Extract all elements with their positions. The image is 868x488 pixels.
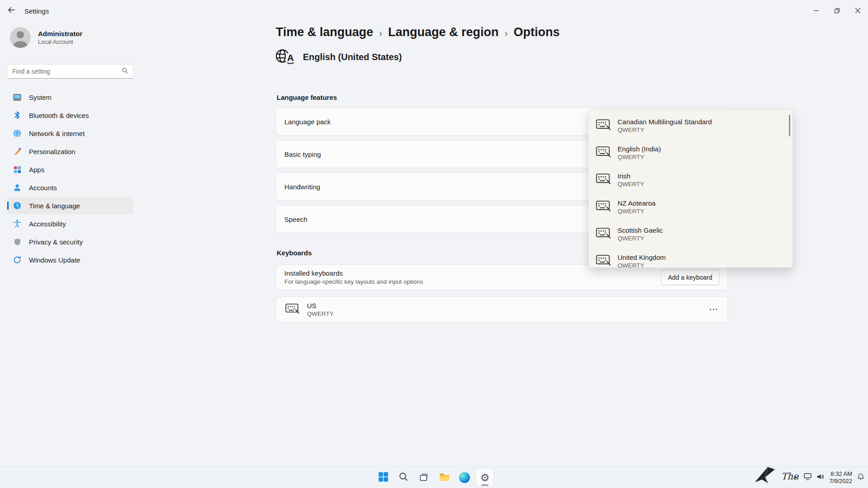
dropdown-item-united-kingdom[interactable]: United Kingdom QWERTY (589, 248, 793, 268)
installed-keyboards-row: Installed keyboards For language-specifi… (276, 264, 728, 290)
close-icon (855, 7, 860, 15)
dropdown-item-name: United Kingdom (618, 253, 666, 261)
page-title: English (United States) (303, 52, 402, 62)
privacy-icon (13, 237, 22, 246)
keyboard-icon (285, 303, 300, 316)
dropdown-item-layout: QWERTY (618, 154, 661, 160)
titlebar: Settings (0, 0, 868, 22)
sidebar-item-label: Accessibility (29, 220, 66, 228)
settings-app-button[interactable]: ⚙ (476, 469, 494, 487)
hidden-icons-chevron-icon[interactable] (793, 474, 799, 482)
row-label: Handwriting (284, 183, 320, 191)
clock[interactable]: 8:32 AM 7/9/2022 (829, 470, 852, 485)
keyboard-icon (596, 254, 611, 268)
back-arrow-icon (8, 6, 15, 15)
sidebar-item-label: System (29, 94, 52, 101)
sidebar-item-accounts[interactable]: Accounts (7, 179, 133, 196)
window-controls (806, 0, 868, 22)
sidebar-item-windows-update[interactable]: Windows Update (7, 251, 133, 268)
edge-browser-button[interactable] (456, 469, 474, 487)
edge-browser-icon (459, 472, 470, 483)
row-label: Basic typing (284, 150, 321, 158)
add-a-keyboard-button[interactable]: Add a keyboard (661, 270, 719, 285)
dropdown-scrollbar[interactable] (789, 115, 790, 136)
language-globe-icon: A (275, 46, 296, 68)
breadcrumb-time-language[interactable]: Time & language (276, 25, 373, 39)
task-view-button[interactable] (415, 469, 433, 487)
user-account[interactable]: Administrator Local Account (10, 27, 82, 48)
sidebar-item-system[interactable]: System (7, 89, 133, 106)
dropdown-item-nz-aotearoa[interactable]: NZ Aotearoa QWERTY (589, 193, 793, 221)
window-title: Settings (24, 7, 49, 15)
sidebar: Administrator Local Account System Bluet… (0, 22, 136, 466)
file-explorer-button[interactable] (435, 469, 453, 487)
notifications-bell-icon[interactable] (857, 473, 864, 482)
sidebar-item-label: Network & internet (29, 130, 85, 137)
network-status-icon[interactable] (804, 473, 811, 482)
sidebar-item-label: Bluetooth & devices (29, 112, 89, 119)
back-button[interactable] (1, 2, 22, 20)
accessibility-icon (13, 219, 22, 228)
taskbar: ⚙ 8:32 AM 7/9/2022 (0, 466, 868, 488)
sidebar-item-label: Windows Update (29, 256, 80, 264)
dropdown-item-layout: QWERTY (618, 262, 666, 268)
keyboard-layout-dropdown: Canadian Multilingual Standard QWERTY En… (588, 109, 793, 268)
system-icon (13, 93, 22, 102)
row-label: Language pack (284, 118, 331, 126)
keyboard-layout: QWERTY (307, 310, 334, 317)
volume-icon[interactable] (816, 473, 824, 482)
bluetooth-icon (13, 111, 22, 120)
breadcrumb-language-region[interactable]: Language & region (388, 25, 499, 39)
section-language-features: Language features (277, 94, 337, 101)
start-button[interactable] (374, 469, 392, 487)
dropdown-item-name: Canadian Multilingual Standard (618, 118, 712, 126)
search-input[interactable] (12, 68, 122, 75)
keyboard-name: US (307, 302, 334, 310)
restore-button[interactable] (826, 0, 847, 22)
search-box[interactable] (7, 64, 133, 79)
task-view-icon (419, 472, 429, 484)
dropdown-item-irish[interactable]: Irish QWERTY (589, 166, 793, 193)
more-options-icon[interactable]: ··· (709, 305, 718, 314)
language-header: A English (United States) (275, 46, 402, 68)
installed-keyboards-subtitle: For language-specific key layouts and in… (284, 278, 719, 285)
dropdown-item-scottish-gaelic[interactable]: Scottish Gaelic QWERTY (589, 221, 793, 248)
sidebar-item-apps[interactable]: Apps (7, 161, 133, 178)
chevron-right-icon: › (505, 26, 508, 38)
accounts-icon (13, 183, 22, 192)
windows-start-icon (378, 472, 388, 484)
svg-text:A: A (287, 53, 294, 63)
sidebar-item-label: Personalization (29, 148, 75, 155)
sidebar-item-bluetooth-devices[interactable]: Bluetooth & devices (7, 107, 133, 124)
sidebar-item-accessibility[interactable]: Accessibility (7, 215, 133, 232)
file-explorer-icon (439, 472, 450, 484)
settings-gear-icon: ⚙ (480, 473, 490, 483)
breadcrumb-options: Options (514, 25, 560, 39)
sidebar-item-label: Time & language (29, 202, 80, 210)
minimize-button[interactable] (806, 0, 826, 22)
sidebar-item-time-language[interactable]: Time & language (7, 197, 133, 214)
sidebar-item-label: Privacy & security (29, 238, 83, 246)
taskbar-search-button[interactable] (395, 469, 413, 487)
dropdown-item-canadian-multilingual[interactable]: Canadian Multilingual Standard QWERTY (589, 112, 793, 139)
row-label: Speech (284, 216, 307, 223)
search-icon (122, 67, 128, 76)
system-tray: 8:32 AM 7/9/2022 (793, 467, 864, 488)
search-icon (399, 472, 409, 483)
keyboard-row-us[interactable]: US QWERTY ··· (276, 296, 728, 323)
chevron-right-icon: › (379, 26, 382, 38)
breadcrumb: Time & language › Language & region › Op… (276, 25, 560, 39)
sidebar-item-network-internet[interactable]: Network & internet (7, 125, 133, 142)
close-button[interactable] (847, 0, 868, 22)
sidebar-item-privacy-security[interactable]: Privacy & security (7, 233, 133, 250)
windows-update-icon (13, 255, 22, 264)
sidebar-item-label: Apps (29, 166, 44, 174)
user-name: Administrator (38, 30, 82, 38)
tray-time: 8:32 AM (829, 470, 852, 478)
sidebar-item-personalization[interactable]: Personalization (7, 143, 133, 160)
time-language-icon (13, 201, 22, 210)
dropdown-item-english-india[interactable]: English (India) QWERTY (589, 139, 793, 166)
dropdown-item-name: English (India) (618, 145, 661, 153)
dropdown-item-name: NZ Aotearoa (618, 199, 656, 207)
sidebar-nav: System Bluetooth & devices Network & int… (7, 89, 133, 269)
